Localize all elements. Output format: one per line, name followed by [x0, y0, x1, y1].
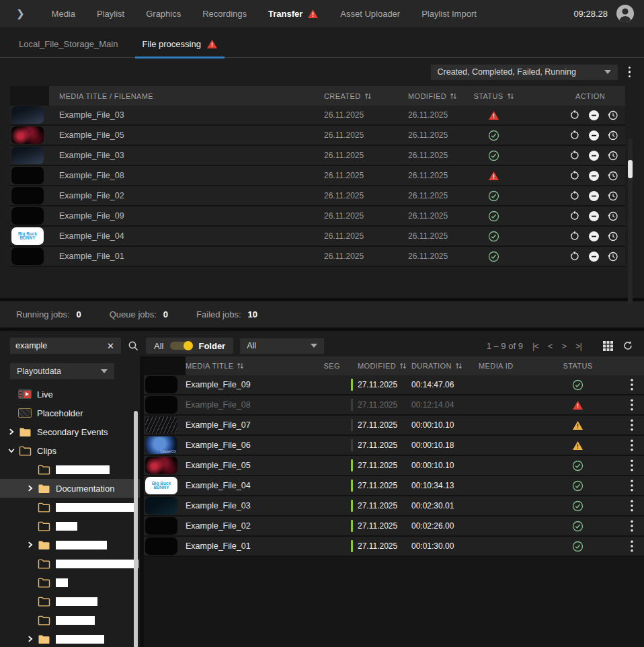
transfer-scrollbar[interactable] — [628, 139, 633, 305]
row-menu-button[interactable] — [616, 379, 644, 391]
tree-item-redacted[interactable] — [0, 535, 140, 554]
scope-toggle[interactable] — [170, 342, 192, 350]
nav-item-transfer[interactable]: Transfer — [268, 9, 319, 19]
nav-item-playlist-import[interactable]: Playlist Import — [421, 9, 477, 19]
root-select-dropdown[interactable]: Playoutdata — [10, 363, 114, 379]
search-icon[interactable] — [128, 340, 139, 352]
column-modified[interactable]: MODIFIED — [358, 362, 411, 370]
remove-button[interactable] — [588, 149, 600, 161]
transfer-row[interactable]: Example_File_0126.11.202526.11.2025 — [10, 247, 625, 267]
retry-button[interactable] — [569, 190, 581, 202]
media-row[interactable]: Example_File_0527.11.202500:00:10.10 — [144, 456, 644, 476]
remove-button[interactable] — [588, 250, 600, 262]
remove-button[interactable] — [588, 169, 600, 182]
retry-button[interactable] — [569, 129, 581, 141]
tree-item-secondary-events[interactable]: Secondary Events — [0, 422, 140, 441]
search-input[interactable] — [15, 341, 106, 350]
user-avatar[interactable] — [616, 4, 635, 23]
media-row[interactable]: Example_File_0927.11.202500:14:47.06 — [144, 375, 644, 395]
tree-item-documentation[interactable]: Documentation — [0, 479, 140, 498]
tree-item-redacted[interactable] — [0, 517, 140, 535]
transfer-row[interactable]: Example_File_0326.11.202526.11.2025 — [10, 146, 625, 166]
transfer-row[interactable]: Big BuckBUNNYExample_File_0426.11.202526… — [10, 227, 625, 247]
column-duration[interactable]: DURATION — [411, 362, 479, 370]
chevron-right-icon[interactable] — [24, 484, 36, 492]
history-button[interactable] — [606, 109, 618, 121]
type-filter-dropdown[interactable]: All — [240, 338, 324, 354]
column-status[interactable]: STATUS — [469, 92, 519, 100]
tree-item-clips[interactable]: Clips — [0, 441, 140, 460]
remove-button[interactable] — [588, 129, 600, 141]
row-menu-button[interactable] — [616, 480, 644, 492]
remove-button[interactable] — [588, 190, 600, 202]
nav-item-media[interactable]: Media — [52, 9, 75, 19]
column-modified[interactable]: MODIFIED — [398, 92, 469, 100]
tree-item-redacted[interactable] — [0, 498, 140, 517]
retry-button[interactable] — [569, 230, 581, 242]
history-button[interactable] — [606, 210, 618, 222]
transfer-row[interactable]: Example_File_0326.11.202526.11.2025 — [10, 106, 625, 126]
remove-button[interactable] — [588, 109, 600, 121]
retry-button[interactable] — [569, 149, 581, 161]
history-button[interactable] — [606, 129, 618, 141]
retry-button[interactable] — [569, 109, 581, 121]
tree-item-redacted[interactable] — [0, 554, 140, 573]
media-row[interactable]: Example_File_0227.11.202500:02:26.00 — [144, 517, 644, 537]
transfer-row[interactable]: Example_File_0826.11.202526.11.2025 — [10, 166, 625, 186]
transfer-row[interactable]: Example_File_0226.11.202526.11.2025 — [10, 186, 625, 206]
sidebar-expand-icon[interactable]: ❯ — [16, 7, 25, 20]
tab-file-processing[interactable]: File processing — [135, 38, 224, 59]
row-menu-button[interactable] — [616, 419, 644, 431]
media-row[interactable]: Example_File_0827.11.202500:12:14.04 — [144, 395, 644, 416]
tree-item-redacted[interactable] — [0, 611, 140, 630]
retry-button[interactable] — [569, 210, 581, 222]
chevron-down-icon[interactable] — [5, 447, 17, 455]
refresh-icon[interactable] — [622, 340, 633, 351]
last-page-icon[interactable]: >| — [575, 341, 581, 351]
tree-item-redacted[interactable] — [0, 460, 140, 479]
media-row[interactable]: Example_File_0127.11.202500:01:30.00 — [144, 537, 644, 557]
row-menu-button[interactable] — [616, 399, 644, 411]
first-page-icon[interactable]: |< — [532, 341, 538, 351]
column-created[interactable]: CREATED — [314, 92, 398, 100]
media-row[interactable]: Example_File_0727.11.202500:00:10.10 — [144, 416, 644, 436]
chevron-right-icon[interactable] — [24, 541, 36, 549]
row-menu-button[interactable] — [616, 459, 644, 471]
panel-menu-button[interactable] — [626, 65, 634, 79]
tree-item-redacted[interactable] — [0, 630, 140, 647]
media-row[interactable]: Example_File_0327.11.202500:02:30.01 — [144, 496, 644, 517]
grid-view-icon[interactable] — [603, 341, 613, 351]
toggle-label-folder[interactable]: Folder — [198, 341, 225, 351]
nav-item-playlist[interactable]: Playlist — [97, 9, 124, 19]
row-menu-button[interactable] — [616, 439, 644, 451]
history-button[interactable] — [606, 190, 618, 202]
media-row[interactable]: Big BuckBUNNYExample_File_0427.11.202500… — [144, 476, 644, 496]
remove-button[interactable] — [588, 230, 600, 242]
history-button[interactable] — [606, 169, 618, 182]
prev-page-icon[interactable]: < — [548, 341, 553, 351]
nav-item-graphics[interactable]: Graphics — [146, 9, 181, 19]
chevron-right-icon[interactable] — [5, 428, 17, 436]
history-button[interactable] — [606, 250, 618, 262]
row-menu-button[interactable] — [616, 540, 644, 552]
status-filter-dropdown[interactable]: Created, Completed, Failed, Running — [431, 65, 618, 80]
tree-item-live[interactable]: Live — [0, 385, 140, 404]
nav-item-recordings[interactable]: Recordings — [202, 9, 247, 19]
retry-button[interactable] — [569, 169, 581, 182]
remove-button[interactable] — [588, 210, 600, 222]
row-menu-button[interactable] — [616, 500, 644, 512]
chevron-right-icon[interactable] — [24, 635, 36, 643]
transfer-row[interactable]: Example_File_0926.11.202526.11.2025 — [10, 206, 625, 227]
tab-local_file_storage_main[interactable]: Local_File_Storage_Main — [16, 38, 120, 57]
column-media-title[interactable]: MEDIA TITLE SEG — [186, 362, 351, 370]
tree-item-redacted[interactable] — [0, 573, 140, 592]
row-menu-button[interactable] — [616, 520, 644, 532]
media-row[interactable]: CasparCGExample_File_0627.11.202500:00:1… — [144, 436, 644, 456]
next-page-icon[interactable]: > — [561, 341, 566, 351]
nav-item-asset-uploader[interactable]: Asset Uploader — [340, 9, 400, 19]
transfer-row[interactable]: Example_File_0526.11.202526.11.2025 — [10, 126, 625, 146]
retry-button[interactable] — [569, 250, 581, 262]
tree-item-placeholder[interactable]: Placeholder — [0, 404, 140, 422]
toggle-label-all[interactable]: All — [154, 341, 163, 351]
history-button[interactable] — [606, 230, 618, 242]
